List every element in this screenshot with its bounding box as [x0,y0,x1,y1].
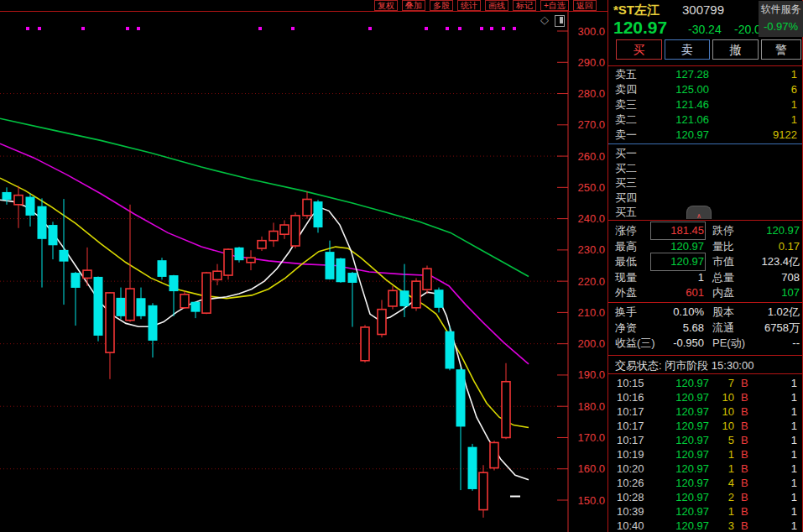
trade-side: B [741,447,748,462]
window-panel-icon[interactable] [555,15,565,27]
level-label: 买一 [615,146,637,161]
level-volume: 1 [705,97,797,112]
toolbar-button[interactable]: 叠加 [402,0,425,11]
trade-time: 10:40 [617,519,644,532]
marker-dot [137,27,140,30]
trade-side: B [741,490,748,504]
toolbar-button[interactable]: 多股 [430,0,453,11]
trade-count: 1 [764,519,797,532]
ma-yellow [0,178,529,427]
stat-label: 收益(三) [615,336,655,351]
candle-body-down [326,252,335,279]
ask-row[interactable]: 卖五127.281 [608,67,802,82]
candle-body-down [169,275,179,291]
ask-row[interactable]: 卖一120.979122 [608,128,802,143]
price-axis: 300.0290.0280.0270.0260.0250.0240.0230.0… [557,12,605,532]
candle [14,185,23,227]
toolbar-button[interactable]: 复权 [374,0,398,11]
stat-label: 最高 [615,239,637,254]
candle [247,250,255,270]
marker-dot [490,27,493,30]
candle-body-up [106,293,114,352]
collapse-tab[interactable]: ∧ [686,206,712,219]
trade-time: 10:19 [617,447,644,462]
toolbar-button[interactable]: +自选 [540,0,569,11]
axis-label: 150.0 [577,494,605,507]
trade-price: 120.97 [655,404,709,419]
toolbar-button[interactable]: 标记 [513,0,536,11]
order-button[interactable]: 警 [761,39,801,60]
trade-row[interactable]: 10:19120.971B1 [608,447,802,462]
sector-box[interactable]: 软件服务 -0.97% [759,1,803,37]
gridlines [0,94,564,469]
trade-row[interactable]: 10:39120.971B1 [608,504,802,519]
candle-body-up [202,273,211,313]
stat-row: 现量1总量708 [608,270,802,285]
ask-row[interactable]: 卖三121.461 [608,97,802,112]
candle-body-down [314,201,323,227]
candle [224,248,232,279]
candle-body-down [456,369,466,426]
toolbar-button[interactable]: 返回 [573,0,597,11]
kline-chart-area[interactable]: 300.0290.0280.0270.0260.0250.0240.0230.0… [0,12,607,532]
marker-dot [258,27,262,30]
axis-label: 220.0 [577,275,605,288]
trade-row[interactable]: 10:20120.971B1 [608,462,802,476]
candle-body-up [502,382,510,438]
ask-row[interactable]: 卖四125.006 [608,82,802,97]
candle-body-up [224,249,232,275]
candle-body-down [137,298,146,316]
trade-row[interactable]: 10:17120.975B1 [608,433,802,447]
divider [608,302,802,303]
stat-value: 120.97 [652,239,704,254]
trade-price: 120.97 [655,419,709,433]
stock-name: *ST左江 [613,3,660,18]
marker-dot [126,27,129,30]
trade-row[interactable]: 10:28120.972B1 [608,490,802,504]
level-label: 买二 [615,161,637,176]
trade-volume: 10 [709,390,734,404]
bid-row[interactable]: 买二 [608,161,802,176]
ma-lines [0,118,529,480]
candle-body-down [149,305,158,341]
trade-row[interactable]: 10:17120.9710B1 [608,419,802,433]
axis-label: 190.0 [577,368,605,381]
trade-time: 10:26 [617,476,644,490]
candle [361,325,369,362]
trade-row[interactable]: 10:40120.973B1 [608,519,802,532]
toolbar-button[interactable]: 画线 [485,0,508,11]
diamond-marker-icon[interactable]: ◇ [540,14,549,26]
order-button[interactable]: 撤 [712,39,759,60]
axis-label: 180.0 [577,400,605,413]
candle [26,194,35,227]
stat-value: 5.68 [652,321,704,336]
candle [258,237,266,251]
bid-row[interactable]: 买三 [608,175,802,190]
stat-row: 涨停181.45跌停120.97 [608,223,802,238]
trade-row[interactable]: 10:17120.9710B1 [608,404,802,419]
marker-dot [513,27,516,30]
price-change: -30.24 [688,23,722,36]
bid-row[interactable]: 买四 [608,190,802,206]
stat-row: 收益(三)-0.950PE(动)-- [608,336,802,351]
ask-row[interactable]: 卖二121.061 [608,112,802,128]
toolbar-button[interactable]: 统计 [457,0,481,11]
candle [378,300,386,337]
candlestick-chart[interactable]: 300.0290.0280.0270.0260.0250.0240.0230.0… [0,12,607,532]
trade-time: 10:17 [617,433,644,447]
trade-row[interactable]: 10:16120.9710B1 [608,390,802,404]
candle-body-down [348,273,357,283]
trade-volume: 1 [709,504,734,519]
stat-label: 最低 [615,254,637,269]
candle-body-down [158,260,167,277]
candle-body-down [400,290,409,306]
candle-body-down [468,447,477,489]
order-button[interactable]: 买 [616,39,662,60]
trade-row[interactable]: 10:15120.977B1 [608,376,802,390]
stat-label: 换手 [615,305,637,320]
stat-value: -0.950 [652,336,704,351]
trade-row[interactable]: 10:26120.974B1 [608,476,802,490]
order-button[interactable]: 卖 [665,39,710,60]
trade-volume: 5 [709,433,734,447]
bid-row[interactable]: 买一 [608,146,802,161]
